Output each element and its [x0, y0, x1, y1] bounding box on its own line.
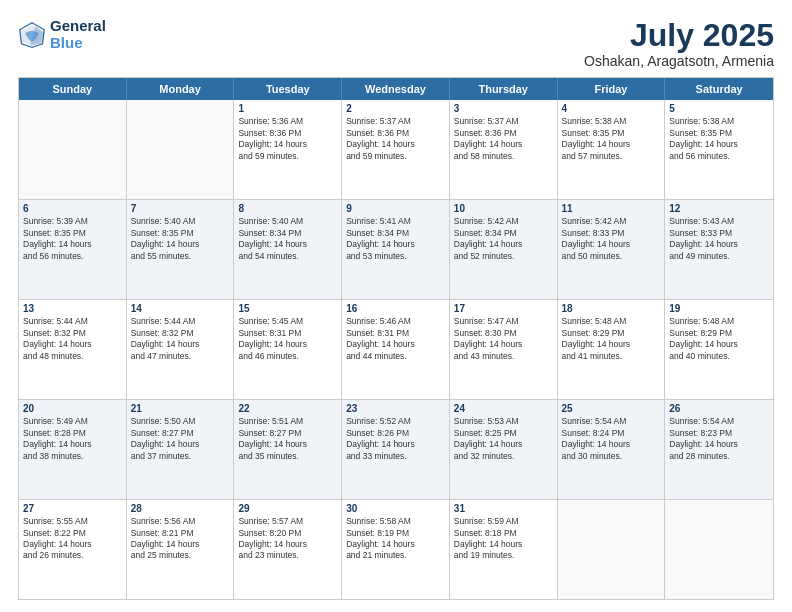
day-number: 31 [454, 503, 553, 514]
cell-info: and 46 minutes. [238, 351, 337, 362]
calendar-cell: 26Sunrise: 5:54 AMSunset: 8:23 PMDayligh… [665, 400, 773, 499]
cell-info: Sunrise: 5:42 AM [562, 216, 661, 227]
cell-info: Daylight: 14 hours [238, 139, 337, 150]
cell-info: and 26 minutes. [23, 550, 122, 561]
cell-info: and 43 minutes. [454, 351, 553, 362]
day-number: 30 [346, 503, 445, 514]
day-number: 24 [454, 403, 553, 414]
cell-info: and 48 minutes. [23, 351, 122, 362]
calendar-cell: 24Sunrise: 5:53 AMSunset: 8:25 PMDayligh… [450, 400, 558, 499]
cell-info: and 21 minutes. [346, 550, 445, 561]
cell-info: and 56 minutes. [669, 151, 769, 162]
cell-info: Daylight: 14 hours [346, 539, 445, 550]
cell-info: Sunset: 8:27 PM [238, 428, 337, 439]
day-number: 14 [131, 303, 230, 314]
cell-info: Sunrise: 5:40 AM [131, 216, 230, 227]
cell-info: Sunset: 8:31 PM [238, 328, 337, 339]
cell-info: Sunrise: 5:52 AM [346, 416, 445, 427]
day-number: 29 [238, 503, 337, 514]
cell-info: Sunrise: 5:41 AM [346, 216, 445, 227]
page: General Blue July 2025 Oshakan, Aragatso… [0, 0, 792, 612]
cell-info: and 47 minutes. [131, 351, 230, 362]
cell-info: and 32 minutes. [454, 451, 553, 462]
cell-info: Daylight: 14 hours [669, 239, 769, 250]
cell-info: Sunset: 8:32 PM [131, 328, 230, 339]
cell-info: and 25 minutes. [131, 550, 230, 561]
cell-info: Sunset: 8:21 PM [131, 528, 230, 539]
cell-info: and 40 minutes. [669, 351, 769, 362]
weekday-header: Saturday [665, 78, 773, 100]
cell-info: Sunrise: 5:47 AM [454, 316, 553, 327]
calendar-cell: 30Sunrise: 5:58 AMSunset: 8:19 PMDayligh… [342, 500, 450, 599]
cell-info: Sunset: 8:26 PM [346, 428, 445, 439]
cell-info: Sunrise: 5:54 AM [669, 416, 769, 427]
cell-info: Sunset: 8:34 PM [346, 228, 445, 239]
day-number: 12 [669, 203, 769, 214]
cell-info: Daylight: 14 hours [131, 439, 230, 450]
cell-info: and 55 minutes. [131, 251, 230, 262]
calendar-cell: 9Sunrise: 5:41 AMSunset: 8:34 PMDaylight… [342, 200, 450, 299]
calendar-header: SundayMondayTuesdayWednesdayThursdayFrid… [19, 78, 773, 100]
calendar-cell: 11Sunrise: 5:42 AMSunset: 8:33 PMDayligh… [558, 200, 666, 299]
day-number: 2 [346, 103, 445, 114]
calendar-cell: 28Sunrise: 5:56 AMSunset: 8:21 PMDayligh… [127, 500, 235, 599]
cell-info: Sunrise: 5:39 AM [23, 216, 122, 227]
cell-info: Sunrise: 5:59 AM [454, 516, 553, 527]
cell-info: Daylight: 14 hours [669, 339, 769, 350]
cell-info: and 52 minutes. [454, 251, 553, 262]
cell-info: Sunrise: 5:46 AM [346, 316, 445, 327]
cell-info: Sunrise: 5:56 AM [131, 516, 230, 527]
page-subtitle: Oshakan, Aragatsotn, Armenia [584, 53, 774, 69]
calendar-cell [558, 500, 666, 599]
cell-info: Sunrise: 5:45 AM [238, 316, 337, 327]
logo-line1: General [50, 18, 106, 35]
cell-info: Daylight: 14 hours [23, 339, 122, 350]
cell-info: Sunset: 8:35 PM [562, 128, 661, 139]
calendar-cell: 29Sunrise: 5:57 AMSunset: 8:20 PMDayligh… [234, 500, 342, 599]
calendar-cell: 12Sunrise: 5:43 AMSunset: 8:33 PMDayligh… [665, 200, 773, 299]
calendar-cell: 31Sunrise: 5:59 AMSunset: 8:18 PMDayligh… [450, 500, 558, 599]
cell-info: Daylight: 14 hours [562, 439, 661, 450]
cell-info: and 33 minutes. [346, 451, 445, 462]
cell-info: Sunrise: 5:50 AM [131, 416, 230, 427]
day-number: 27 [23, 503, 122, 514]
calendar-cell: 16Sunrise: 5:46 AMSunset: 8:31 PMDayligh… [342, 300, 450, 399]
logo: General Blue [18, 18, 106, 51]
cell-info: and 57 minutes. [562, 151, 661, 162]
calendar-cell: 25Sunrise: 5:54 AMSunset: 8:24 PMDayligh… [558, 400, 666, 499]
cell-info: Daylight: 14 hours [454, 239, 553, 250]
cell-info: Sunset: 8:23 PM [669, 428, 769, 439]
cell-info: Daylight: 14 hours [346, 139, 445, 150]
logo-text: General Blue [50, 18, 106, 51]
calendar-cell: 14Sunrise: 5:44 AMSunset: 8:32 PMDayligh… [127, 300, 235, 399]
day-number: 3 [454, 103, 553, 114]
calendar-cell: 4Sunrise: 5:38 AMSunset: 8:35 PMDaylight… [558, 100, 666, 199]
cell-info: and 30 minutes. [562, 451, 661, 462]
cell-info: Sunset: 8:35 PM [669, 128, 769, 139]
calendar-cell: 15Sunrise: 5:45 AMSunset: 8:31 PMDayligh… [234, 300, 342, 399]
calendar-cell: 8Sunrise: 5:40 AMSunset: 8:34 PMDaylight… [234, 200, 342, 299]
day-number: 19 [669, 303, 769, 314]
cell-info: and 44 minutes. [346, 351, 445, 362]
calendar: SundayMondayTuesdayWednesdayThursdayFrid… [18, 77, 774, 600]
calendar-row: 13Sunrise: 5:44 AMSunset: 8:32 PMDayligh… [19, 299, 773, 399]
cell-info: and 38 minutes. [23, 451, 122, 462]
calendar-row: 1Sunrise: 5:36 AMSunset: 8:36 PMDaylight… [19, 100, 773, 199]
cell-info: Daylight: 14 hours [346, 339, 445, 350]
cell-info: Daylight: 14 hours [131, 239, 230, 250]
cell-info: and 19 minutes. [454, 550, 553, 561]
calendar-cell: 27Sunrise: 5:55 AMSunset: 8:22 PMDayligh… [19, 500, 127, 599]
day-number: 11 [562, 203, 661, 214]
calendar-cell: 23Sunrise: 5:52 AMSunset: 8:26 PMDayligh… [342, 400, 450, 499]
logo-icon [18, 21, 46, 49]
weekday-header: Monday [127, 78, 235, 100]
day-number: 26 [669, 403, 769, 414]
day-number: 17 [454, 303, 553, 314]
cell-info: Sunrise: 5:42 AM [454, 216, 553, 227]
weekday-header: Friday [558, 78, 666, 100]
day-number: 15 [238, 303, 337, 314]
calendar-row: 27Sunrise: 5:55 AMSunset: 8:22 PMDayligh… [19, 499, 773, 599]
day-number: 16 [346, 303, 445, 314]
calendar-body: 1Sunrise: 5:36 AMSunset: 8:36 PMDaylight… [19, 100, 773, 599]
cell-info: Daylight: 14 hours [23, 439, 122, 450]
